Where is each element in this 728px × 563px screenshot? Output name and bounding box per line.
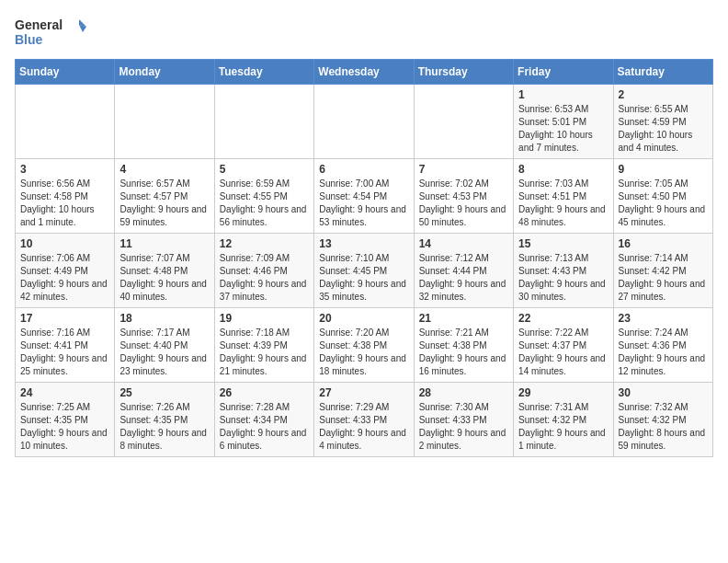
calendar-cell: 24Sunrise: 7:25 AM Sunset: 4:35 PM Dayli… xyxy=(16,383,115,457)
day-number: 5 xyxy=(220,163,310,176)
day-number: 27 xyxy=(319,386,409,399)
calendar-cell xyxy=(314,85,414,159)
day-number: 1 xyxy=(518,88,609,101)
day-number: 2 xyxy=(619,88,709,101)
day-number: 14 xyxy=(419,237,509,250)
day-number: 28 xyxy=(419,386,509,399)
header-monday: Monday xyxy=(115,60,214,85)
day-number: 11 xyxy=(119,237,210,250)
day-info: Sunrise: 6:53 AM Sunset: 5:01 PM Dayligh… xyxy=(518,103,609,155)
day-number: 20 xyxy=(319,312,409,325)
svg-text:General: General xyxy=(15,17,63,32)
day-info: Sunrise: 7:29 AM Sunset: 4:33 PM Dayligh… xyxy=(319,401,409,453)
calendar-cell: 8Sunrise: 7:03 AM Sunset: 4:51 PM Daylig… xyxy=(514,159,613,234)
header-tuesday: Tuesday xyxy=(214,60,313,85)
day-number: 18 xyxy=(119,312,210,325)
calendar-cell: 3Sunrise: 6:56 AM Sunset: 4:58 PM Daylig… xyxy=(16,159,115,234)
calendar-cell: 26Sunrise: 7:28 AM Sunset: 4:34 PM Dayli… xyxy=(214,383,313,457)
day-info: Sunrise: 7:25 AM Sunset: 4:35 PM Dayligh… xyxy=(20,401,110,453)
day-number: 15 xyxy=(518,237,609,250)
logo-svg: General Blue xyxy=(15,15,88,52)
day-info: Sunrise: 7:09 AM Sunset: 4:46 PM Dayligh… xyxy=(220,252,310,304)
calendar-cell: 21Sunrise: 7:21 AM Sunset: 4:38 PM Dayli… xyxy=(414,308,513,383)
day-info: Sunrise: 6:59 AM Sunset: 4:55 PM Dayligh… xyxy=(220,178,310,229)
calendar-cell: 16Sunrise: 7:14 AM Sunset: 4:42 PM Dayli… xyxy=(613,234,712,308)
day-number: 9 xyxy=(619,163,709,176)
day-info: Sunrise: 7:32 AM Sunset: 4:32 PM Dayligh… xyxy=(619,401,709,453)
svg-text:Blue: Blue xyxy=(15,32,43,47)
day-number: 29 xyxy=(518,386,609,399)
day-info: Sunrise: 7:17 AM Sunset: 4:40 PM Dayligh… xyxy=(119,327,210,378)
calendar-cell xyxy=(214,85,313,159)
calendar-cell: 18Sunrise: 7:17 AM Sunset: 4:40 PM Dayli… xyxy=(115,308,214,383)
day-number: 22 xyxy=(518,312,609,325)
header-wednesday: Wednesday xyxy=(314,60,414,85)
calendar-cell: 17Sunrise: 7:16 AM Sunset: 4:41 PM Dayli… xyxy=(16,308,115,383)
day-number: 17 xyxy=(20,312,110,325)
day-info: Sunrise: 7:13 AM Sunset: 4:43 PM Dayligh… xyxy=(518,252,609,304)
day-info: Sunrise: 7:16 AM Sunset: 4:41 PM Dayligh… xyxy=(20,327,110,378)
day-info: Sunrise: 7:10 AM Sunset: 4:45 PM Dayligh… xyxy=(319,252,409,304)
day-number: 16 xyxy=(619,237,709,250)
day-info: Sunrise: 7:28 AM Sunset: 4:34 PM Dayligh… xyxy=(220,401,310,453)
calendar-cell: 6Sunrise: 7:00 AM Sunset: 4:54 PM Daylig… xyxy=(314,159,414,234)
day-info: Sunrise: 7:18 AM Sunset: 4:39 PM Dayligh… xyxy=(220,327,310,378)
week-row-3: 17Sunrise: 7:16 AM Sunset: 4:41 PM Dayli… xyxy=(16,308,713,383)
calendar-cell: 15Sunrise: 7:13 AM Sunset: 4:43 PM Dayli… xyxy=(514,234,613,308)
calendar-cell: 1Sunrise: 6:53 AM Sunset: 5:01 PM Daylig… xyxy=(514,85,613,159)
day-info: Sunrise: 7:22 AM Sunset: 4:37 PM Dayligh… xyxy=(518,327,609,378)
day-number: 30 xyxy=(619,386,709,399)
header-sunday: Sunday xyxy=(16,60,115,85)
header-thursday: Thursday xyxy=(414,60,513,85)
day-number: 23 xyxy=(619,312,709,325)
day-number: 6 xyxy=(319,163,409,176)
logo: General Blue xyxy=(15,15,88,52)
day-info: Sunrise: 7:30 AM Sunset: 4:33 PM Dayligh… xyxy=(419,401,509,453)
week-row-4: 24Sunrise: 7:25 AM Sunset: 4:35 PM Dayli… xyxy=(16,383,713,457)
header-saturday: Saturday xyxy=(613,60,712,85)
week-row-0: 1Sunrise: 6:53 AM Sunset: 5:01 PM Daylig… xyxy=(16,85,713,159)
day-number: 7 xyxy=(419,163,509,176)
header-friday: Friday xyxy=(514,60,613,85)
calendar-cell: 22Sunrise: 7:22 AM Sunset: 4:37 PM Dayli… xyxy=(514,308,613,383)
calendar-cell: 7Sunrise: 7:02 AM Sunset: 4:53 PM Daylig… xyxy=(414,159,513,234)
calendar-header-row: SundayMondayTuesdayWednesdayThursdayFrid… xyxy=(16,60,713,85)
day-info: Sunrise: 6:55 AM Sunset: 4:59 PM Dayligh… xyxy=(619,103,709,155)
page-header: General Blue xyxy=(15,15,713,52)
day-info: Sunrise: 7:24 AM Sunset: 4:36 PM Dayligh… xyxy=(619,327,709,378)
calendar-cell: 20Sunrise: 7:20 AM Sunset: 4:38 PM Dayli… xyxy=(314,308,414,383)
day-info: Sunrise: 6:57 AM Sunset: 4:57 PM Dayligh… xyxy=(119,178,210,229)
calendar-cell: 12Sunrise: 7:09 AM Sunset: 4:46 PM Dayli… xyxy=(214,234,313,308)
calendar-cell: 13Sunrise: 7:10 AM Sunset: 4:45 PM Dayli… xyxy=(314,234,414,308)
day-number: 25 xyxy=(119,386,210,399)
calendar-cell: 9Sunrise: 7:05 AM Sunset: 4:50 PM Daylig… xyxy=(613,159,712,234)
calendar-cell: 29Sunrise: 7:31 AM Sunset: 4:32 PM Dayli… xyxy=(514,383,613,457)
calendar-cell: 4Sunrise: 6:57 AM Sunset: 4:57 PM Daylig… xyxy=(115,159,214,234)
day-info: Sunrise: 7:31 AM Sunset: 4:32 PM Dayligh… xyxy=(518,401,609,453)
day-number: 12 xyxy=(220,237,310,250)
day-number: 26 xyxy=(220,386,310,399)
day-number: 3 xyxy=(20,163,110,176)
day-info: Sunrise: 7:07 AM Sunset: 4:48 PM Dayligh… xyxy=(119,252,210,304)
day-info: Sunrise: 7:00 AM Sunset: 4:54 PM Dayligh… xyxy=(319,178,409,229)
day-number: 8 xyxy=(518,163,609,176)
week-row-2: 10Sunrise: 7:06 AM Sunset: 4:49 PM Dayli… xyxy=(16,234,713,308)
day-info: Sunrise: 7:06 AM Sunset: 4:49 PM Dayligh… xyxy=(20,252,110,304)
day-info: Sunrise: 7:05 AM Sunset: 4:50 PM Dayligh… xyxy=(619,178,709,229)
day-number: 19 xyxy=(220,312,310,325)
day-info: Sunrise: 7:03 AM Sunset: 4:51 PM Dayligh… xyxy=(518,178,609,229)
day-info: Sunrise: 7:21 AM Sunset: 4:38 PM Dayligh… xyxy=(419,327,509,378)
week-row-1: 3Sunrise: 6:56 AM Sunset: 4:58 PM Daylig… xyxy=(16,159,713,234)
day-number: 21 xyxy=(419,312,509,325)
day-info: Sunrise: 7:14 AM Sunset: 4:42 PM Dayligh… xyxy=(619,252,709,304)
calendar-cell: 30Sunrise: 7:32 AM Sunset: 4:32 PM Dayli… xyxy=(613,383,712,457)
calendar-cell: 25Sunrise: 7:26 AM Sunset: 4:35 PM Dayli… xyxy=(115,383,214,457)
calendar-cell: 5Sunrise: 6:59 AM Sunset: 4:55 PM Daylig… xyxy=(214,159,313,234)
calendar-table: SundayMondayTuesdayWednesdayThursdayFrid… xyxy=(15,59,713,457)
calendar-cell: 19Sunrise: 7:18 AM Sunset: 4:39 PM Dayli… xyxy=(214,308,313,383)
calendar-cell xyxy=(414,85,513,159)
calendar-cell: 11Sunrise: 7:07 AM Sunset: 4:48 PM Dayli… xyxy=(115,234,214,308)
calendar-cell: 23Sunrise: 7:24 AM Sunset: 4:36 PM Dayli… xyxy=(613,308,712,383)
calendar-cell: 10Sunrise: 7:06 AM Sunset: 4:49 PM Dayli… xyxy=(16,234,115,308)
calendar-cell xyxy=(115,85,214,159)
